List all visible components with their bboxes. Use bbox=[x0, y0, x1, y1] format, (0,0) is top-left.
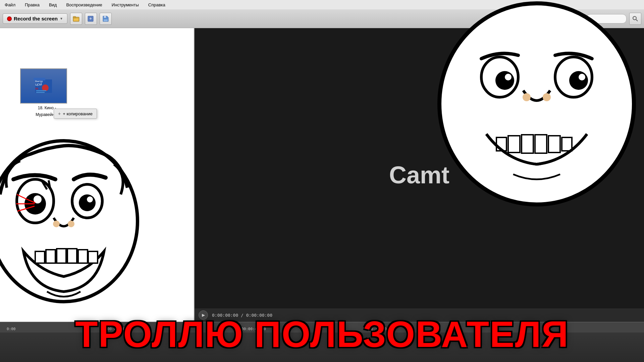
copy-plus-icon: + bbox=[58, 111, 61, 116]
menu-view[interactable]: Вид bbox=[47, 2, 59, 8]
svg-text:56: 56 bbox=[35, 87, 38, 90]
thumbnail-inner: Виктор ЦОЙ 56 bbox=[21, 69, 66, 103]
record-button[interactable]: Record the screen ▼ bbox=[3, 13, 67, 24]
svg-rect-17 bbox=[36, 90, 46, 91]
svg-text:Виктор: Виктор bbox=[35, 80, 43, 83]
svg-text:ЦОЙ: ЦОЙ bbox=[35, 82, 42, 86]
record-indicator bbox=[7, 16, 12, 21]
bottom-text: ТРОЛЛЮ ПОЛЬЗОВАТЕЛЯ bbox=[0, 313, 644, 355]
search-icon-btn[interactable] bbox=[629, 13, 641, 25]
svg-point-9 bbox=[633, 16, 636, 20]
file-browser-panel: Виктор ЦОЙ 56 18. Кино - Муравейник + + bbox=[0, 28, 195, 322]
file-thumbnail[interactable]: Виктор ЦОЙ 56 bbox=[20, 68, 67, 104]
menu-tools[interactable]: Инструменты bbox=[110, 2, 141, 8]
menu-bar: Файл Правка Вид Воспроизведение Инструме… bbox=[0, 0, 644, 9]
add-media-button[interactable]: + bbox=[85, 13, 97, 25]
svg-rect-5 bbox=[104, 19, 108, 21]
menu-file[interactable]: Файл bbox=[3, 2, 17, 8]
svg-line-10 bbox=[636, 19, 638, 21]
svg-rect-1 bbox=[73, 16, 76, 18]
main-area: Виктор ЦОЙ 56 18. Кино - Муравейник + + bbox=[0, 28, 644, 322]
svg-text:+: + bbox=[89, 16, 92, 21]
record-label: Record the screen bbox=[14, 16, 58, 21]
svg-rect-18 bbox=[36, 92, 45, 93]
menu-edit[interactable]: Правка bbox=[23, 2, 42, 8]
menu-playback[interactable]: Воспроизведение bbox=[64, 2, 104, 8]
svg-rect-2 bbox=[74, 18, 78, 21]
camtasia-window: Файл Правка Вид Воспроизведение Инструме… bbox=[0, 0, 644, 362]
svg-rect-6 bbox=[104, 16, 106, 18]
camtasia-logo: Camt bbox=[389, 161, 449, 189]
save-button[interactable] bbox=[100, 13, 112, 25]
open-folder-button[interactable] bbox=[70, 13, 82, 25]
fullscreen-button[interactable] bbox=[573, 14, 584, 23]
copy-label: + копирование bbox=[63, 111, 93, 116]
preview-panel: Camt ▶ 0:00:00:00 / 0:00:00:00 bbox=[195, 28, 644, 322]
search-input[interactable] bbox=[586, 14, 627, 23]
svg-rect-8 bbox=[576, 17, 580, 20]
menu-help[interactable]: Справка bbox=[146, 2, 167, 8]
copy-tooltip: + + копирование bbox=[54, 109, 97, 119]
dropdown-arrow-icon: ▼ bbox=[60, 17, 63, 20]
toolbar-right bbox=[573, 13, 641, 25]
toolbar: Record the screen ▼ + bbox=[0, 9, 644, 28]
